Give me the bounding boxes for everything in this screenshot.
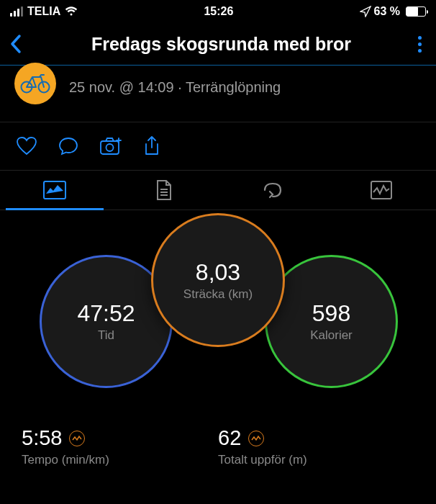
back-chevron-icon[interactable] bbox=[9, 33, 24, 55]
share-icon[interactable] bbox=[142, 135, 161, 157]
more-menu-button[interactable] bbox=[418, 36, 422, 53]
chart-badge-icon bbox=[69, 431, 85, 446]
distance-circle[interactable]: 8,03 Sträcka (km) bbox=[151, 213, 285, 347]
camera-add-icon[interactable] bbox=[99, 136, 122, 156]
battery-label: 63 % bbox=[374, 5, 400, 18]
summary-circles: 47:52 Tid 598 Kalorier 8,03 Sträcka (km) bbox=[0, 213, 436, 408]
carrier-label: TELIA bbox=[27, 5, 60, 18]
details-tab-icon bbox=[154, 179, 173, 201]
time-value: 47:52 bbox=[77, 300, 135, 327]
status-right: 63 % bbox=[360, 5, 426, 18]
distance-label: Sträcka (km) bbox=[183, 287, 253, 302]
wifi-icon bbox=[65, 6, 78, 17]
signal-icon bbox=[10, 6, 23, 17]
elevation-stat[interactable]: 62 Totalt uppför (m) bbox=[218, 426, 414, 467]
activity-meta-row: 25 nov. @ 14:09 · Terränglöpning bbox=[0, 66, 436, 122]
tab-charts[interactable] bbox=[327, 171, 437, 210]
pace-stat[interactable]: 5:58 Tempo (min/km) bbox=[22, 426, 218, 467]
nav-header: Fredags skogsrunda med bror bbox=[0, 23, 436, 66]
time-label: Tid bbox=[98, 328, 114, 343]
tabs bbox=[0, 170, 436, 210]
activity-avatar[interactable] bbox=[14, 63, 56, 104]
activity-timestamp: 25 nov. @ 14:09 bbox=[69, 79, 174, 95]
tab-overview[interactable] bbox=[0, 171, 109, 210]
stats-row: 5:58 Tempo (min/km) 62 Totalt uppför (m) bbox=[0, 408, 436, 467]
charts-tab-icon bbox=[371, 181, 392, 199]
comment-icon[interactable] bbox=[58, 136, 79, 156]
distance-value: 8,03 bbox=[196, 259, 240, 286]
tab-details[interactable] bbox=[109, 171, 219, 210]
laps-tab-icon bbox=[260, 181, 285, 199]
status-time: 15:26 bbox=[204, 5, 233, 18]
activity-type: Terränglöpning bbox=[186, 79, 281, 95]
elevation-label: Totalt uppför (m) bbox=[218, 453, 414, 467]
status-bar: TELIA 15:26 63 % bbox=[0, 0, 436, 23]
tab-laps[interactable] bbox=[218, 171, 327, 210]
svg-point-3 bbox=[106, 144, 114, 151]
overview-tab-icon bbox=[43, 181, 66, 199]
elevation-value: 62 bbox=[218, 426, 241, 450]
location-arrow-icon bbox=[360, 6, 371, 17]
battery-icon bbox=[406, 6, 426, 17]
like-icon[interactable] bbox=[16, 136, 37, 156]
status-left: TELIA bbox=[10, 5, 78, 18]
calories-label: Kalorier bbox=[310, 328, 353, 343]
pace-label: Tempo (min/km) bbox=[22, 453, 218, 467]
calories-value: 598 bbox=[312, 300, 350, 327]
activity-meta: 25 nov. @ 14:09 · Terränglöpning bbox=[69, 79, 281, 96]
pace-value: 5:58 bbox=[22, 426, 62, 450]
page-title: Fredags skogsrunda med bror bbox=[91, 34, 351, 55]
chart-badge-icon bbox=[248, 431, 264, 446]
svg-rect-2 bbox=[101, 141, 119, 154]
bicycle-icon bbox=[20, 73, 50, 94]
action-row bbox=[0, 122, 436, 170]
